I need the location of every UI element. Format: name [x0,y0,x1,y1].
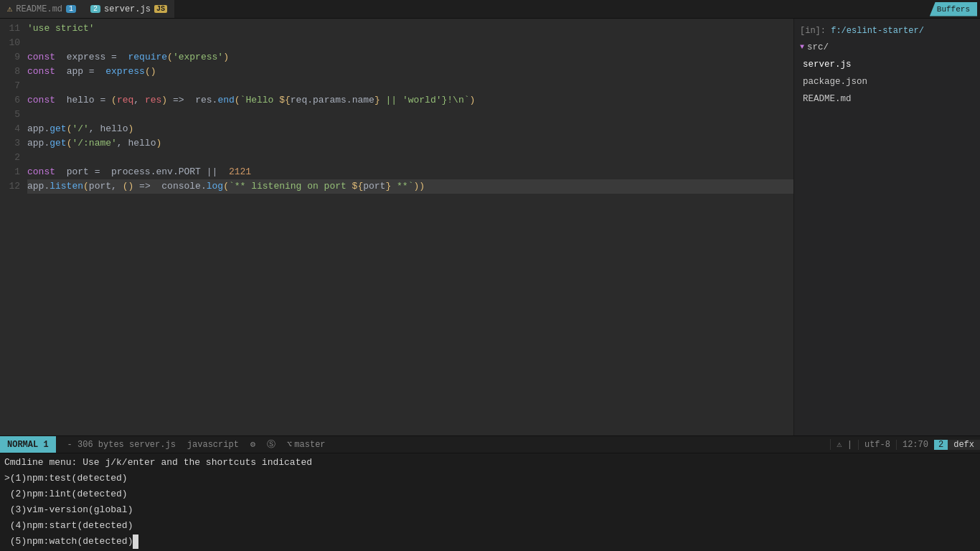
sidebar: [in]: f:/eslint-starter/ ▼ src/ server.j… [793,19,980,435]
status-defx: defx [948,440,980,450]
editor: 11 10 9 8 7 6 5 4 3 2 1 12 'use strict' … [0,19,793,435]
tab-readme[interactable]: ⚠ README.md 1 [0,0,83,18]
sidebar-folder-src[interactable]: ▼ src/ [794,39,980,56]
main-area: 11 10 9 8 7 6 5 4 3 2 1 12 'use strict' … [0,19,980,435]
cmdline-area: Cmdline menu: Use j/k/enter and the shor… [0,453,980,551]
cmdline-item-1: >(1)npm:test(detected) [0,471,980,486]
status-icon: ⚙ [245,439,261,450]
git-branch-name: master [294,440,325,450]
tab-serverjs[interactable]: 2 server.js JS [83,0,174,18]
code-line-10 [27,36,793,50]
code-content: 'use strict' const express = require('ex… [27,22,793,433]
sidebar-packagejson-label: package.json [803,75,867,89]
line-numbers: 11 10 9 8 7 6 5 4 3 2 1 12 [0,22,27,433]
status-circle: Ⓢ [261,438,281,451]
status-warning: ⚠ | [830,439,858,450]
code-line-11: 'use strict' [27,22,793,36]
code-line-9: const express = require('express') [27,50,793,65]
status-encoding: utf-8 [858,440,896,450]
tab-serverjs-num: 2 [90,5,100,13]
code-line-5 [27,108,793,122]
cmdline-item-5: (5)npm:watch(detected) [0,534,980,550]
code-line-8: const app = express() [27,65,793,79]
status-file-info: - 306 bytes server.js [62,440,182,450]
code-area: 11 10 9 8 7 6 5 4 3 2 1 12 'use strict' … [0,19,793,435]
sidebar-item-packagejson[interactable]: package.json [794,73,980,90]
sidebar-path: [in]: f:/eslint-starter/ [794,23,980,39]
cmdline-item-4: (4)npm:start(detected) [0,518,980,534]
status-position: 12:70 [896,440,934,450]
cmdline-item-3: (3)vim-version(global) [0,502,980,518]
sidebar-serverjs-label: server.js [803,57,852,72]
status-bar: NORMAL 1 - 306 bytes server.js javascrip… [0,435,980,453]
status-num-badge: 2 [934,440,948,450]
status-mode: NORMAL 1 [0,436,56,453]
status-filetype: javascript [182,440,245,450]
tab-readme-num: 1 [66,5,76,13]
cursor [133,534,138,549]
sidebar-folder-label: src/ [807,40,829,55]
code-line-3: app.get('/:name', hello) [27,136,793,151]
js-badge: JS [154,5,167,13]
code-line-7 [27,79,793,93]
sidebar-item-serverjs[interactable]: server.js [794,56,980,73]
code-line-2 [27,151,793,165]
status-git: ⌥ master [281,439,331,450]
git-branch-icon: ⌥ [287,439,292,450]
folder-arrow-icon: ▼ [800,40,804,55]
tab-serverjs-label: server.js [104,4,151,14]
code-line-6: const hello = (req, res) => res.end(`Hel… [27,93,793,108]
status-right: ⚠ | utf-8 12:70 2 defx [830,439,980,450]
cmdline-item-2: (2)npm:lint(detected) [0,486,980,502]
cmdline-prompt: Cmdline menu: Use j/k/enter and the shor… [0,455,980,471]
buffers-button[interactable]: Buffers [930,2,977,17]
code-line-4: app.get('/', hello) [27,122,793,136]
sidebar-readmemd-label: README.md [803,92,852,106]
sidebar-item-readmemd[interactable]: README.md [794,90,980,108]
warning-icon: ⚠ [7,4,12,14]
tab-readme-label: README.md [16,4,62,14]
sidebar-path-value: f:/eslint-starter/ [831,26,924,36]
tab-bar: ⚠ README.md 1 2 server.js JS Buffers [0,0,980,19]
code-line-1: const port = process.env.PORT || 2121 [27,165,793,179]
code-line-12: app.listen(port, () => console.log(`** l… [27,179,793,194]
path-in-bracket: [in]: [800,26,826,36]
